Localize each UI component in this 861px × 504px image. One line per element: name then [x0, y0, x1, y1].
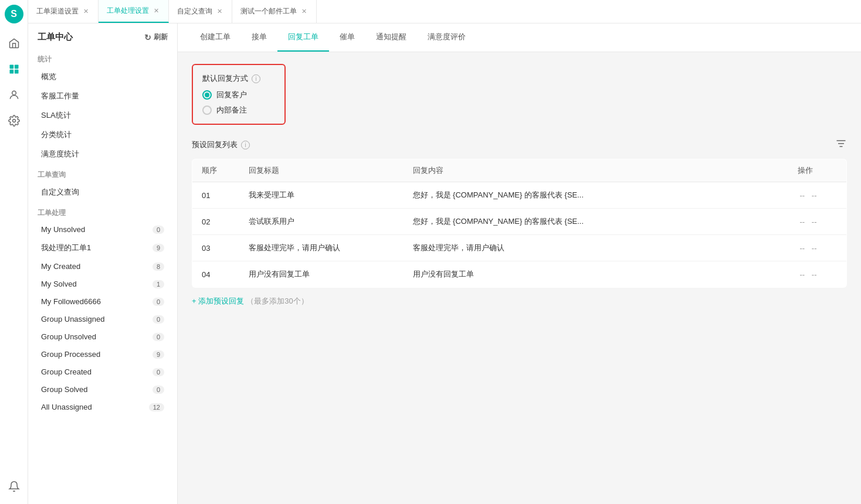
action-delete-1[interactable]: --: [809, 217, 819, 226]
gear-icon[interactable]: [4, 110, 25, 131]
tab-accept[interactable]: 接单: [241, 23, 277, 52]
refresh-button[interactable]: ↻ 刷新: [144, 32, 168, 42]
cell-content-0: 您好，我是 {COMPANY_NAME} 的客服代表 {SE...: [404, 182, 788, 209]
tab-reply[interactable]: 回复工单: [277, 23, 329, 52]
action-edit-1[interactable]: --: [798, 217, 808, 226]
sidebar: 工单中心 ↻ 刷新 统计 概览 客服工作量 SLA统计 分类统计 满意度统计 工…: [28, 23, 178, 504]
reply-mode-box: 默认回复方式 i 回复客户 内部备注: [192, 64, 286, 125]
bell-icon[interactable]: [4, 476, 25, 497]
badge-all-unassigned: 12: [149, 403, 164, 411]
radio-reply-customer[interactable]: 回复客户: [202, 90, 275, 100]
cell-order-3: 04: [192, 261, 239, 288]
tab-ticket-processing[interactable]: 工单处理设置 ✕: [99, 0, 169, 23]
cell-title-3: 用户没有回复工单: [239, 261, 404, 288]
table-row: 04 用户没有回复工单 用户没有回复工单 -- --: [192, 261, 847, 288]
cell-order-0: 01: [192, 182, 239, 209]
radio-internal-note[interactable]: 内部备注: [202, 105, 275, 115]
radio-group: 回复客户 内部备注: [202, 90, 275, 115]
refresh-label: 刷新: [154, 32, 168, 42]
sidebar-item-group-unsolved[interactable]: Group Unsolved 0: [32, 328, 174, 345]
badge-group-created: 0: [152, 368, 164, 376]
table-row: 01 我来受理工单 您好，我是 {COMPANY_NAME} 的客服代表 {SE…: [192, 182, 847, 209]
sidebar-item-my-created[interactable]: My Created 8: [32, 258, 174, 275]
sidebar-item-group-processed[interactable]: Group Processed 9: [32, 346, 174, 363]
sidebar-item-overview[interactable]: 概览: [32, 67, 174, 86]
col-content: 回复内容: [404, 159, 788, 182]
tab-ticket-channel[interactable]: 工单渠道设置 ✕: [28, 0, 99, 23]
table-row: 03 客服处理完毕，请用户确认 客服处理完毕，请用户确认 -- --: [192, 235, 847, 261]
sidebar-item-my-followed[interactable]: My Followed6666 0: [32, 293, 174, 310]
badge-my-processed: 9: [152, 244, 164, 252]
badge-group-processed: 9: [152, 350, 164, 359]
cell-title-1: 尝试联系用户: [239, 209, 404, 235]
sidebar-header: 工单中心 ↻ 刷新: [28, 23, 177, 49]
sidebar-item-custom-query[interactable]: 自定义查询: [32, 183, 174, 202]
cell-order-1: 02: [192, 209, 239, 235]
sidebar-item-my-processed[interactable]: 我处理的工单1 9: [32, 239, 174, 257]
svg-point-5: [12, 120, 15, 122]
col-action: 操作: [788, 159, 847, 182]
section-query-title: 工单查询: [28, 164, 177, 182]
tab-close-1[interactable]: ✕: [152, 7, 160, 15]
badge-my-unsolved: 0: [152, 226, 164, 234]
badge-my-created: 8: [152, 263, 164, 271]
sidebar-item-all-unassigned[interactable]: All Unassigned 12: [32, 399, 174, 416]
cell-action-1: -- --: [788, 209, 847, 235]
tab-notify[interactable]: 通知提醒: [365, 23, 417, 52]
sidebar-title: 工单中心: [38, 32, 73, 43]
panel-body: 默认回复方式 i 回复客户 内部备注: [178, 52, 861, 318]
svg-rect-0: [9, 65, 13, 69]
action-delete-0[interactable]: --: [809, 191, 819, 200]
sidebar-item-satisfaction[interactable]: 满意度统计: [32, 145, 174, 164]
reply-mode-info-icon[interactable]: i: [252, 74, 260, 83]
col-title: 回复标题: [239, 159, 404, 182]
tab-test-email[interactable]: 测试一个邮件工单 ✕: [232, 0, 317, 23]
app-logo: S: [5, 5, 23, 23]
table-row: 02 尝试联系用户 您好，我是 {COMPANY_NAME} 的客服代表 {SE…: [192, 209, 847, 235]
content-area: 工单中心 ↻ 刷新 统计 概览 客服工作量 SLA统计 分类统计 满意度统计 工…: [28, 23, 861, 504]
tab-close-2[interactable]: ✕: [216, 8, 223, 15]
sidebar-item-workload[interactable]: 客服工作量: [32, 87, 174, 105]
tab-satisfaction[interactable]: 满意度评价: [417, 23, 476, 52]
grid-icon[interactable]: [4, 59, 25, 80]
add-preset-button[interactable]: + 添加预设回复 （最多添加30个）: [192, 296, 847, 307]
svg-rect-2: [9, 70, 13, 74]
section-processing-title: 工单处理: [28, 202, 177, 220]
cell-content-3: 用户没有回复工单: [404, 261, 788, 288]
sidebar-item-my-unsolved[interactable]: My Unsolved 0: [32, 221, 174, 238]
tab-create-ticket[interactable]: 创建工单: [189, 23, 241, 52]
svg-rect-1: [14, 65, 18, 69]
badge-group-unsolved: 0: [152, 333, 164, 341]
tab-custom-query[interactable]: 自定义查询 ✕: [169, 0, 232, 23]
sidebar-item-sla[interactable]: SLA统计: [32, 106, 174, 125]
action-edit-2[interactable]: --: [798, 244, 808, 253]
action-delete-3[interactable]: --: [809, 270, 819, 279]
action-delete-2[interactable]: --: [809, 244, 819, 253]
sidebar-item-group-unassigned[interactable]: Group Unassigned 0: [32, 311, 174, 328]
reply-mode-title: 默认回复方式 i: [202, 73, 275, 84]
badge-my-solved: 1: [152, 280, 164, 288]
tab-urge[interactable]: 催单: [329, 23, 365, 52]
preset-info-icon[interactable]: i: [241, 141, 250, 149]
action-edit-3[interactable]: --: [798, 270, 808, 279]
tab-close-0[interactable]: ✕: [82, 8, 90, 15]
refresh-icon: ↻: [144, 33, 151, 42]
sidebar-item-my-solved[interactable]: My Solved 1: [32, 275, 174, 292]
tab-close-3[interactable]: ✕: [300, 8, 308, 15]
cell-action-0: -- --: [788, 182, 847, 209]
main-wrapper: 工单渠道设置 ✕ 工单处理设置 ✕ 自定义查询 ✕ 测试一个邮件工单 ✕ 工单中…: [28, 0, 861, 504]
cell-title-0: 我来受理工单: [239, 182, 404, 209]
svg-point-4: [12, 91, 16, 95]
sort-icon[interactable]: [835, 138, 847, 152]
radio-circle-customer: [202, 90, 212, 100]
badge-my-followed: 0: [152, 298, 164, 306]
preset-title: 预设回复列表 i: [192, 139, 250, 150]
home-icon[interactable]: [4, 33, 25, 54]
sidebar-item-category[interactable]: 分类统计: [32, 125, 174, 144]
person-icon[interactable]: [4, 84, 25, 105]
sidebar-item-group-solved[interactable]: Group Solved 0: [32, 381, 174, 398]
sidebar-item-group-created[interactable]: Group Created 0: [32, 363, 174, 380]
cell-content-1: 您好，我是 {COMPANY_NAME} 的客服代表 {SE...: [404, 209, 788, 235]
action-edit-0[interactable]: --: [798, 191, 808, 200]
icon-bar: S: [0, 0, 28, 504]
